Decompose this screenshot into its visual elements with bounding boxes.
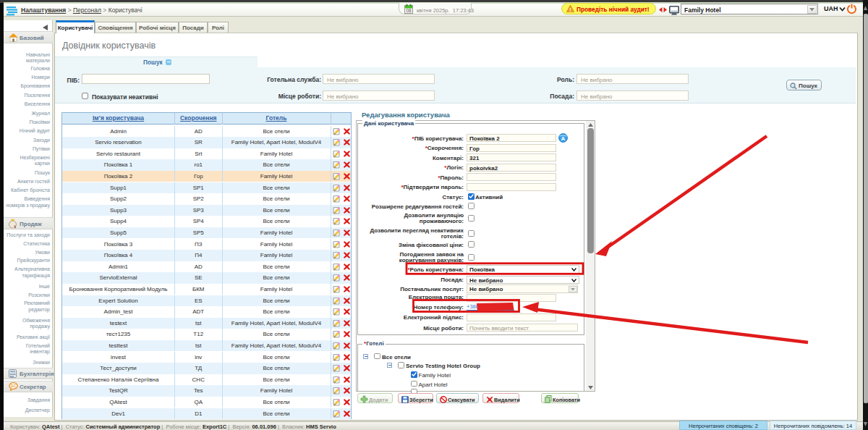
svg-text:GC: GC <box>11 384 17 388</box>
svg-text:A: A <box>561 135 566 141</box>
svg-text:!: ! <box>569 7 571 12</box>
svg-text:08: 08 <box>406 8 412 13</box>
